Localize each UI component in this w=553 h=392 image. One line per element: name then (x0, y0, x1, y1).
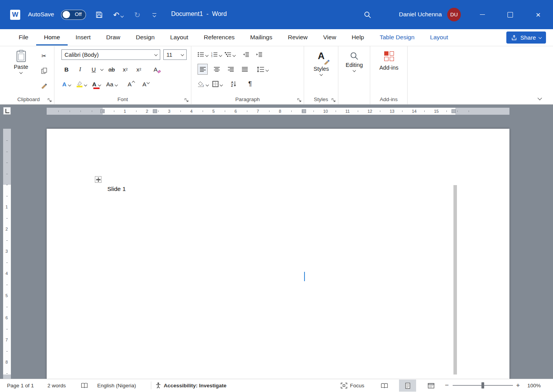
print-layout-button[interactable] (399, 380, 416, 392)
zoom-level[interactable]: 100% (526, 379, 542, 392)
italic-button[interactable]: I (75, 64, 85, 75)
close-button[interactable]: × (525, 0, 551, 29)
search-button[interactable] (362, 9, 373, 20)
table-column-marker[interactable] (452, 109, 456, 113)
minimize-button[interactable] (469, 0, 495, 29)
word-count[interactable]: 2 words (46, 379, 67, 392)
undo-button[interactable]: ↶ (110, 9, 126, 20)
user-name[interactable]: Daniel Uchenna (399, 11, 442, 18)
tab-selector[interactable] (3, 107, 11, 115)
change-case-button[interactable]: Aa (106, 79, 117, 89)
font-color-dropdown-icon (98, 83, 101, 86)
horizontal-ruler[interactable]: 12345678101112131415 (47, 108, 509, 115)
zoom-slider-thumb[interactable] (481, 382, 484, 388)
h-ruler-tick (80, 110, 81, 112)
tab-layout[interactable]: Layout (163, 29, 196, 46)
multilevel-list-button[interactable] (225, 49, 235, 60)
paste-button[interactable]: Paste (10, 50, 32, 74)
table-move-handle[interactable] (95, 176, 102, 183)
underline-button[interactable]: U (89, 64, 99, 75)
editing-button[interactable]: Editing (342, 51, 366, 72)
proofing-status[interactable] (79, 379, 89, 392)
table-column-edge[interactable] (453, 185, 457, 374)
tab-insert[interactable]: Insert (68, 29, 98, 46)
cut-button[interactable]: ✂ (39, 51, 49, 61)
font-size-select[interactable]: 11 (163, 49, 187, 60)
align-left-button[interactable] (198, 64, 208, 75)
change-case-dropdown-icon (115, 83, 118, 86)
font-color-button[interactable]: A (91, 79, 102, 89)
styles-dialog-launcher[interactable] (331, 97, 336, 102)
decrease-indent-button[interactable] (241, 49, 251, 60)
format-painter-button[interactable] (39, 80, 49, 91)
copy-button[interactable] (39, 65, 49, 76)
numbering-button[interactable]: 123 (211, 49, 222, 60)
strikethrough-button[interactable]: ab (107, 64, 117, 75)
shrink-font-button[interactable]: A (141, 79, 151, 89)
document-page[interactable]: Slide 1 (47, 129, 509, 379)
tab-layout[interactable]: Layout (422, 29, 456, 46)
tab-view[interactable]: View (315, 29, 344, 46)
zoom-slider[interactable] (453, 385, 513, 386)
align-right-button[interactable] (226, 64, 236, 75)
borders-button[interactable] (212, 79, 222, 89)
tab-draw[interactable]: Draw (98, 29, 128, 46)
maximize-button[interactable] (497, 0, 523, 29)
subscript-button[interactable]: x2 (120, 64, 130, 75)
font-name-select[interactable]: Calibri (Body) (61, 49, 160, 60)
zoom-in-button[interactable]: + (514, 379, 522, 392)
tab-help[interactable]: Help (344, 29, 372, 46)
tab-references[interactable]: References (196, 29, 242, 46)
read-mode-button[interactable] (376, 380, 393, 392)
focus-toggle[interactable]: Focus (339, 379, 366, 392)
grow-font-button[interactable]: A (126, 79, 136, 89)
addins-group: Add-ins Add-ins (370, 46, 408, 104)
underline-label: U (92, 66, 96, 73)
language-selector[interactable]: English (Nigeria) (96, 379, 138, 392)
word-logo-icon[interactable]: W (10, 10, 20, 20)
v-ruler-tick (6, 351, 8, 352)
underline-dropdown-icon[interactable] (100, 68, 103, 71)
addins-button[interactable]: Add-ins (377, 51, 401, 71)
avatar[interactable]: DU (447, 8, 461, 21)
highlight-button[interactable] (76, 79, 87, 89)
tab-file[interactable]: File (11, 29, 36, 46)
redo-button[interactable]: ↻ (131, 9, 143, 20)
h-ruler-number: 7 (257, 109, 259, 114)
tab-review[interactable]: Review (280, 29, 315, 46)
text-effects-button[interactable]: A (61, 79, 72, 89)
autosave-toggle[interactable]: Off (61, 10, 86, 20)
tab-mailings[interactable]: Mailings (242, 29, 280, 46)
tab-table-design[interactable]: Table Design (372, 29, 422, 46)
accessibility-label: Accessibility: Investigate (164, 383, 226, 388)
zoom-out-button[interactable]: − (443, 379, 450, 392)
shading-button[interactable] (198, 79, 208, 89)
share-button[interactable]: Share (506, 32, 546, 44)
document-text[interactable]: Slide 1 (107, 186, 126, 192)
tab-design[interactable]: Design (128, 29, 162, 46)
page-indicator[interactable]: Page 1 of 1 (5, 379, 35, 392)
accessibility-status[interactable]: Accessibility: Investigate (154, 379, 228, 392)
paragraph-dialog-launcher[interactable] (297, 97, 302, 102)
sort-button[interactable]: AZ (229, 79, 239, 89)
web-layout-button[interactable] (422, 380, 439, 392)
save-button[interactable] (93, 9, 105, 20)
line-spacing-button[interactable] (257, 64, 268, 75)
table-column-marker[interactable] (153, 109, 157, 113)
clipboard-dialog-launcher[interactable] (47, 97, 52, 102)
increase-indent-button[interactable] (254, 49, 264, 60)
styles-icon: A (318, 51, 324, 65)
quick-access-toolbar-button[interactable] (149, 9, 160, 20)
bullets-button[interactable] (198, 49, 208, 60)
styles-button[interactable]: A Styles (310, 51, 333, 75)
superscript-button[interactable]: x2 (134, 64, 144, 75)
bold-button[interactable]: B (61, 64, 72, 75)
justify-button[interactable] (240, 64, 250, 75)
collapse-ribbon-button[interactable] (537, 96, 542, 100)
align-center-button[interactable] (212, 64, 222, 75)
show-formatting-button[interactable]: ¶ (245, 79, 255, 89)
tab-home[interactable]: Home (36, 29, 68, 46)
font-dialog-launcher[interactable] (184, 97, 189, 102)
vertical-ruler[interactable]: 12345678 (3, 129, 11, 379)
clear-formatting-button[interactable]: A (150, 64, 161, 75)
